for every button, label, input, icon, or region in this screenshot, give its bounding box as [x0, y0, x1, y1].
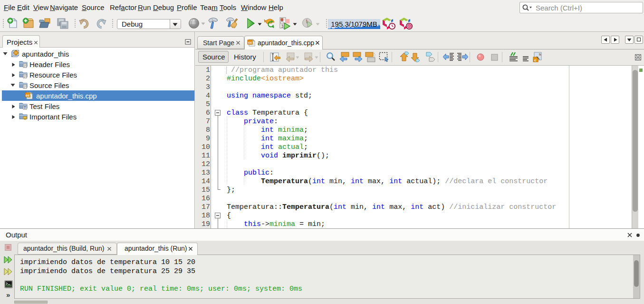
svg-text:3: 3: [281, 24, 284, 29]
svg-text:h: h: [539, 52, 541, 57]
svg-text:c: c: [534, 58, 537, 62]
